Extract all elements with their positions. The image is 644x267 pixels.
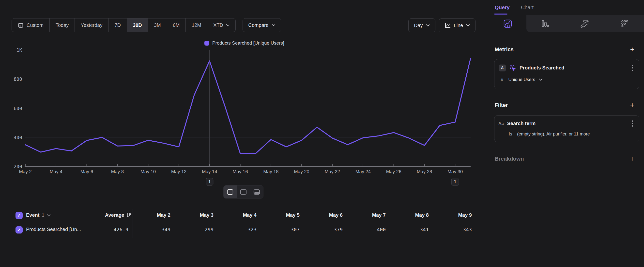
- add-metric-button[interactable]: +: [630, 46, 634, 53]
- split-view-icon: [227, 189, 234, 195]
- range-button-30d[interactable]: 30D: [127, 19, 148, 32]
- y-axis-label: 1K: [16, 47, 22, 53]
- tab-query[interactable]: Query: [495, 5, 510, 10]
- date-column-header[interactable]: May 4: [220, 212, 256, 218]
- average-column-header[interactable]: Average: [81, 212, 132, 218]
- viz-tab-flows[interactable]: [566, 15, 604, 32]
- chart-type-dropdown[interactable]: Line: [439, 19, 476, 32]
- select-all-checkbox[interactable]: ✓: [16, 212, 23, 219]
- calendar-icon: [18, 22, 24, 28]
- range-button-today[interactable]: Today: [50, 19, 75, 32]
- chevron-down-icon: [272, 24, 276, 26]
- row-checkbox[interactable]: ✓: [16, 226, 23, 233]
- filter-menu-button[interactable]: [631, 119, 634, 128]
- row-average-value: 426.9: [81, 227, 128, 232]
- breakdown-title: Breakdown: [495, 156, 524, 162]
- date-column-header[interactable]: May 7: [349, 212, 386, 218]
- add-breakdown-button[interactable]: +: [630, 155, 634, 163]
- x-axis-label: May 12: [171, 169, 186, 174]
- x-axis-label: May 28: [417, 169, 432, 174]
- date-column-header[interactable]: May 9: [435, 212, 472, 218]
- date-column-header[interactable]: May 8: [392, 212, 429, 218]
- range-button-yesterday[interactable]: Yesterday: [75, 19, 108, 32]
- event-count: 1: [42, 212, 44, 218]
- range-button-xtd[interactable]: XTD: [207, 19, 236, 32]
- compare-button[interactable]: Compare: [242, 18, 281, 32]
- x-axis-label: May 10: [140, 169, 156, 174]
- filter-operator[interactable]: Is: [509, 132, 512, 137]
- viz-tab-more[interactable]: [606, 15, 644, 32]
- metric-card[interactable]: A Products Searched # Unique Users: [494, 59, 639, 89]
- filter-card[interactable]: Aa Search term Is (empty string), Air pu…: [494, 115, 639, 142]
- insights-icon: [503, 19, 512, 28]
- date-column-header[interactable]: May 5: [263, 212, 300, 218]
- aggregation-selector[interactable]: Unique Users: [508, 77, 535, 82]
- data-line[interactable]: [25, 59, 470, 153]
- metric-letter-badge: A: [499, 65, 506, 71]
- metric-menu-button[interactable]: [631, 64, 634, 72]
- range-button-7d[interactable]: 7D: [109, 19, 127, 32]
- date-column-header[interactable]: May 6: [306, 212, 343, 218]
- layout-chart-only-button[interactable]: [237, 185, 250, 198]
- range-button-3m[interactable]: 3M: [148, 19, 167, 32]
- table-cell-value: 400: [349, 227, 386, 232]
- funnels-icon: [541, 19, 550, 28]
- chart-type-label: Line: [454, 23, 463, 28]
- granularity-dropdown[interactable]: Day: [408, 19, 436, 32]
- y-axis-label: 400: [14, 135, 22, 140]
- date-column-header[interactable]: May 2: [134, 212, 170, 218]
- chart-legend: Products Searched [Unique Users]: [0, 40, 488, 46]
- layout-table-only-button[interactable]: [250, 185, 263, 198]
- table-row[interactable]: ✓ Products Searched [Un... 426.9 3492993…: [0, 222, 488, 238]
- x-axis-label: May 24: [356, 169, 371, 174]
- date-column-header[interactable]: May 3: [176, 212, 214, 218]
- table-cell-value: 323: [220, 227, 256, 232]
- event-column-header[interactable]: Event 1: [26, 212, 51, 218]
- filter-section-header: Filter +: [495, 102, 634, 109]
- x-axis-label: May 16: [232, 169, 248, 174]
- more-apps-icon: [620, 19, 629, 28]
- sort-descending-icon: [126, 212, 132, 218]
- event-label: Event: [26, 212, 39, 218]
- line-chart-icon: [444, 22, 451, 29]
- tab-chart[interactable]: Chart: [521, 5, 534, 10]
- aggregation-hash: #: [501, 77, 504, 82]
- metric-name: Products Searched: [520, 65, 628, 71]
- chart-only-icon: [240, 189, 247, 195]
- x-axis-label: May 22: [325, 169, 340, 174]
- query-panel: Query Chart: [489, 0, 644, 267]
- y-axis-label: 800: [14, 76, 22, 82]
- date-range-group: CustomTodayYesterday7D30D3M6M12MXTD: [12, 18, 236, 32]
- add-filter-button[interactable]: +: [630, 102, 634, 109]
- table-cell-value: 307: [263, 227, 300, 232]
- annotation-badge-label: 1: [454, 179, 456, 184]
- table-cell-value: 349: [134, 227, 170, 232]
- chart-controls: Day Line: [408, 19, 476, 32]
- active-tab-underline: [494, 14, 508, 15]
- x-axis-label: May 6: [80, 169, 93, 174]
- range-button-6m[interactable]: 6M: [167, 19, 186, 32]
- metrics-title: Metrics: [495, 46, 514, 53]
- range-button-custom[interactable]: Custom: [12, 19, 50, 32]
- table-column-divider: [132, 209, 133, 238]
- range-button-12m[interactable]: 12M: [186, 19, 207, 32]
- analytics-app: CustomTodayYesterday7D30D3M6M12MXTD Comp…: [0, 0, 644, 267]
- x-axis-label: May 20: [294, 169, 309, 174]
- granularity-label: Day: [414, 23, 423, 28]
- chevron-down-icon: [466, 24, 470, 27]
- flows-icon: [580, 19, 590, 28]
- layout-toggle: [223, 185, 264, 198]
- toolbar: CustomTodayYesterday7D30D3M6M12MXTD Comp…: [12, 19, 281, 32]
- viz-tab-insights[interactable]: [489, 15, 526, 32]
- line-chart[interactable]: 2004006008001KMay 2May 4May 6May 8May 10…: [0, 47, 488, 187]
- visualization-picker: [489, 15, 644, 32]
- chevron-down-icon: [47, 214, 51, 216]
- viz-tab-funnels[interactable]: [526, 15, 564, 32]
- row-event-name: Products Searched [Un...: [26, 227, 83, 232]
- x-axis-label: May 30: [448, 169, 463, 174]
- filter-value[interactable]: (empty string), Air purifier, or 11 more: [517, 132, 590, 137]
- layout-split-view-button[interactable]: [224, 185, 237, 198]
- legend-swatch: [204, 41, 209, 46]
- table-cell-value: 299: [176, 227, 214, 232]
- annotation-badge-label: 1: [208, 179, 211, 184]
